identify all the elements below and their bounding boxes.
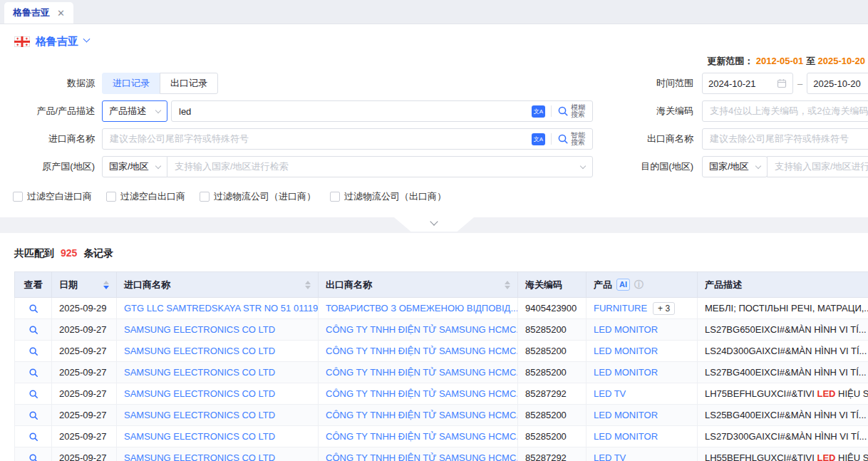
filter-checkbox-row: 过滤空白进口商过滤空白出口商过滤物流公司（进口商）过滤物流公司（出口商）	[0, 190, 868, 203]
sort-carets[interactable]	[505, 281, 510, 289]
column-header-产品描述: 产品描述	[698, 272, 868, 298]
destination-label: 目的国(地区)	[593, 160, 702, 173]
exporter-link[interactable]: ТОВАРИСТВО З ОБМЕЖЕНОЮ ВІДПОВІД...	[326, 303, 518, 314]
importer-link[interactable]: SAMSUNG ELECTRONICS CO LTD	[124, 346, 275, 356]
checkbox-unchecked-icon[interactable]	[13, 192, 23, 202]
record-date: 2025-09-27	[52, 383, 117, 405]
product-tag[interactable]: LED MONITOR	[594, 431, 658, 442]
view-record-button[interactable]	[29, 304, 38, 314]
hs-code: 9405423900	[518, 298, 587, 319]
hs-code-input[interactable]: 支持4位以上海关编码，或2位海关编码加	[702, 100, 868, 122]
date-start-input[interactable]: 2024-10-21	[702, 73, 793, 94]
info-icon[interactable]: ⓘ	[634, 279, 644, 291]
tab-georgia[interactable]: 格鲁吉亚 ✕	[4, 2, 73, 24]
exporter-link[interactable]: CÔNG TY TNHH ĐIỆN TỬ SAMSUNG HCMC...	[326, 388, 518, 399]
product-tag[interactable]: LED TV	[594, 452, 626, 461]
collapse-panel-button[interactable]	[394, 217, 474, 232]
table-row: 2025-09-27SAMSUNG ELECTRONICS CO LTDCÔNG…	[15, 447, 868, 461]
hs-code: 85285200	[518, 341, 587, 362]
origin-country-input[interactable]: 支持输入国家/地区进行检索	[167, 156, 593, 177]
country-header[interactable]: 格鲁吉亚	[0, 24, 868, 49]
chevron-down-icon[interactable]	[83, 35, 91, 42]
view-record-button[interactable]	[29, 453, 38, 461]
exporter-link[interactable]: CÔNG TY TNHH ĐIỆN TỬ SAMSUNG HCMC...	[326, 324, 518, 335]
hs-code-field: 海关编码 支持4位以上海关编码，或2位海关编码加	[593, 100, 868, 122]
checkbox-label: 过滤物流公司（出口商）	[344, 190, 446, 203]
column-header-进口商名称[interactable]: 进口商名称	[117, 272, 319, 298]
column-header-出口商名称[interactable]: 出口商名称	[319, 272, 518, 298]
product-tag[interactable]: FURNITURE	[594, 303, 647, 314]
destination-country-input[interactable]: 支持输入国家/地区进行检索	[767, 156, 868, 177]
checkbox-unchecked-icon[interactable]	[200, 192, 210, 202]
sort-carets[interactable]	[103, 281, 109, 289]
tab-import-records[interactable]: 进口记录	[102, 73, 160, 94]
product-more-badge[interactable]: + 3	[653, 302, 675, 315]
importer-link[interactable]: SAMSUNG ELECTRONICS CO LTD	[124, 388, 275, 399]
product-tag[interactable]: LED MONITOR	[594, 324, 658, 335]
importer-link[interactable]: SAMSUNG ELECTRONICS CO LTD	[124, 324, 275, 335]
table-row: 2025-09-27SAMSUNG ELECTRONICS CO LTDCÔNG…	[15, 341, 868, 362]
view-record-button[interactable]	[29, 368, 38, 378]
view-record-button[interactable]	[29, 432, 38, 442]
product-tag[interactable]: LED TV	[594, 388, 626, 399]
importer-link[interactable]: SAMSUNG ELECTRONICS CO LTD	[124, 367, 275, 378]
record-date: 2025-09-27	[52, 319, 117, 341]
product-description: LH55BEFHLGUXCI#&TIVI LED HIỆU S...	[698, 447, 868, 461]
exporter-link[interactable]: CÔNG TY TNHH ĐIỆN TỬ SAMSUNG HCMC...	[326, 367, 518, 378]
exporter-link[interactable]: CÔNG TY TNHH ĐIỆN TỬ SAMSUNG HCMC...	[326, 410, 518, 420]
sort-carets[interactable]	[305, 281, 311, 289]
collapse-bar	[0, 217, 868, 233]
translate-icon[interactable]: 文A	[532, 105, 545, 118]
importer-name-input[interactable]: 建议去除公司尾部字符或特殊符号 文A 智能 搜索	[102, 128, 593, 150]
column-header-查看: 查看	[15, 272, 52, 298]
importer-link[interactable]: SAMSUNG ELECTRONICS CO LTD	[124, 410, 275, 420]
update-range-to-word: 至	[806, 56, 815, 66]
importer-link[interactable]: GTG LLC SAMTREDSKAYA STR NO 51 01119...	[124, 303, 319, 314]
record-date: 2025-09-29	[52, 298, 117, 319]
filter-row-datasource: 数据源 进口记录 出口记录 时间范围 2024-10-21 – 2025-10-…	[0, 73, 868, 94]
product-search-input[interactable]: led 文A 模糊 搜索	[171, 100, 593, 122]
product-mode-select[interactable]: 产品描述	[102, 100, 167, 122]
exporter-link[interactable]: CÔNG TY TNHH ĐIỆN TỬ SAMSUNG HCMC...	[326, 431, 518, 442]
record-date: 2025-09-27	[52, 447, 117, 461]
date-end-input[interactable]: 2025-10-20	[807, 73, 868, 94]
product-description: LS27BG400EIXCI#&MÀN HÌNH VI TÍ...	[698, 362, 868, 383]
importer-placeholder: 建议去除公司尾部字符或特殊符号	[110, 133, 532, 145]
close-icon[interactable]: ✕	[57, 9, 65, 18]
column-header-日期[interactable]: 日期	[52, 272, 117, 298]
magnifier-icon	[29, 389, 38, 399]
filter-checkbox-2[interactable]: 过滤物流公司（进口商）	[200, 190, 316, 203]
checkbox-unchecked-icon[interactable]	[330, 192, 340, 202]
origin-country-select[interactable]: 国家/地区	[102, 156, 167, 177]
smart-search-button[interactable]: 智能 搜索	[557, 132, 585, 146]
exporter-name-input[interactable]: 建议去除公司尾部字符或特殊符号	[702, 128, 868, 150]
view-record-button[interactable]	[29, 410, 38, 420]
product-tag[interactable]: LED MONITOR	[594, 410, 658, 420]
magnifier-icon	[29, 368, 38, 378]
product-tag[interactable]: LED MONITOR	[594, 367, 658, 378]
filter-checkbox-3[interactable]: 过滤物流公司（出口商）	[330, 190, 446, 203]
checkbox-unchecked-icon[interactable]	[106, 192, 116, 202]
magnifier-icon	[29, 304, 38, 314]
translate-icon[interactable]: 文A	[532, 133, 545, 145]
fuzzy-search-button[interactable]: 模糊 搜索	[557, 104, 585, 118]
view-record-button[interactable]	[29, 346, 38, 356]
view-record-button[interactable]	[29, 389, 38, 399]
filter-checkbox-1[interactable]: 过滤空白出口商	[106, 190, 185, 203]
calendar-icon	[777, 78, 787, 88]
hs-code: 85285200	[518, 426, 587, 447]
tab-export-records[interactable]: 出口记录	[160, 73, 218, 94]
results-table-body: 2025-09-29GTG LLC SAMTREDSKAYA STR NO 51…	[15, 298, 868, 461]
exporter-link[interactable]: CÔNG TY TNHH ĐIỆN TỬ SAMSUNG HCMC...	[326, 346, 518, 356]
product-tag[interactable]: LED MONITOR	[594, 346, 658, 356]
exporter-link[interactable]: CÔNG TY TNHH ĐIỆN TỬ SAMSUNG HCMC...	[326, 452, 518, 461]
importer-link[interactable]: SAMSUNG ELECTRONICS CO LTD	[124, 452, 275, 461]
hs-code-placeholder: 支持4位以上海关编码，或2位海关编码加	[710, 105, 868, 118]
filter-checkbox-0[interactable]: 过滤空白进口商	[13, 190, 92, 203]
view-record-button[interactable]	[29, 325, 38, 335]
checkbox-label: 过滤空白出口商	[120, 190, 185, 203]
update-range: 更新范围： 2012-05-01 至 2025-10-20	[0, 55, 868, 66]
time-range-label: 时间范围	[593, 77, 702, 90]
importer-link[interactable]: SAMSUNG ELECTRONICS CO LTD	[124, 431, 275, 442]
destination-country-select[interactable]: 国家/地区	[702, 156, 768, 177]
